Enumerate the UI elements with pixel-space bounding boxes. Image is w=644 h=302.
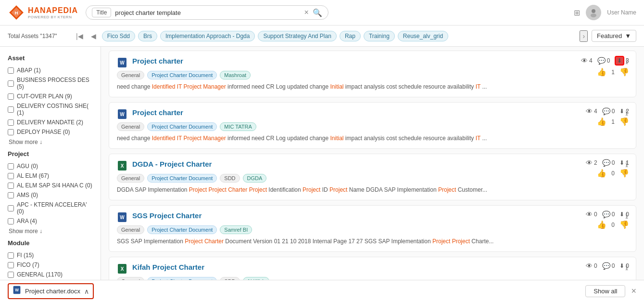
sidebar-checkbox-abap[interactable] bbox=[8, 67, 14, 74]
sidebar-item-ara[interactable]: ARA (4) bbox=[8, 216, 93, 226]
sidebar-checkbox-alelmhana[interactable] bbox=[8, 183, 14, 189]
download-icon-5[interactable]: ⬇ bbox=[619, 263, 624, 269]
tag-general-1[interactable]: General bbox=[117, 71, 144, 79]
search-clear-icon[interactable]: × bbox=[304, 8, 308, 17]
download-icon-1[interactable]: ⬇ bbox=[615, 56, 624, 66]
sidebar-checkbox-deployphase[interactable] bbox=[8, 129, 14, 135]
filter-tag-brs[interactable]: Brs bbox=[138, 31, 157, 41]
result-excerpt-3: DGDA SAP Implementation Project Project … bbox=[117, 185, 628, 194]
sidebar-item-fi[interactable]: FI (15) bbox=[8, 250, 93, 260]
download-icon-4[interactable]: ⬇ bbox=[619, 211, 624, 218]
sidebar-item-fico[interactable]: FICO (7) bbox=[8, 260, 93, 270]
filter-tag-impl[interactable]: Implementation Approach - Dgda bbox=[160, 31, 255, 41]
tag-samrefbi-4[interactable]: Samref BI bbox=[220, 225, 252, 234]
logo-sub: POWERED BY KTERN bbox=[28, 15, 78, 19]
sidebar-item-bpd[interactable]: BUSINESS PROCESS DES (5) bbox=[8, 75, 93, 92]
stat-views-3: 👁2 bbox=[586, 159, 597, 167]
tag-pcd-2[interactable]: Project Charter Document bbox=[147, 122, 217, 131]
avatar[interactable] bbox=[586, 5, 601, 20]
sidebar-item-apc[interactable]: APC - KTERN ACCELERA' (0) bbox=[8, 200, 93, 216]
like-btn-2[interactable]: 👍 bbox=[597, 117, 606, 126]
filter-nav-prev[interactable]: ◀ bbox=[89, 31, 98, 41]
tag-mictatra-2[interactable]: MIC TATRA bbox=[220, 122, 256, 131]
filter-tag-ficosdd[interactable]: Fico Sdd bbox=[102, 31, 135, 41]
sidebar-checkbox-cutover[interactable] bbox=[8, 93, 14, 100]
sidebar-item-general[interactable]: GENERAL (1170) bbox=[8, 270, 93, 279]
sidebar-checkbox-agu[interactable] bbox=[8, 163, 14, 170]
tag-pcd-1[interactable]: Project Charter Document bbox=[147, 71, 217, 79]
sidebar: Asset ABAP (1) BUSINESS PROCESS DES (5) … bbox=[0, 47, 101, 280]
result-stats-row-1-bottom: 👍 1 👎 bbox=[597, 67, 629, 77]
search-title-badge[interactable]: Title bbox=[92, 8, 111, 17]
result-title-5[interactable]: Kifah Project Charter bbox=[132, 263, 620, 271]
chevron-up-icon[interactable]: ∧ bbox=[84, 288, 89, 295]
result-title-3[interactable]: DGDA - Project Charter bbox=[132, 160, 620, 168]
sidebar-checkbox-ams[interactable] bbox=[8, 192, 14, 198]
dislike-btn-3[interactable]: 👎 bbox=[619, 169, 629, 178]
sidebar-item-delmandate[interactable]: DELIVERY MANDATE (2) bbox=[8, 118, 93, 127]
stat-comments-1: 💬0 bbox=[597, 57, 610, 65]
filter-tag-training[interactable]: Training bbox=[364, 31, 395, 41]
featured-dropdown[interactable]: Featured ▼ bbox=[592, 30, 636, 42]
tag-dgda-3[interactable]: DGDA bbox=[243, 174, 267, 183]
sidebar-checkbox-delmandate[interactable] bbox=[8, 119, 14, 126]
tag-general-3[interactable]: General bbox=[117, 174, 144, 183]
search-input[interactable]: project charter template bbox=[115, 9, 300, 16]
tag-general-4[interactable]: General bbox=[117, 225, 144, 234]
sidebar-checkbox-bpd[interactable] bbox=[8, 80, 14, 87]
svg-text:W: W bbox=[120, 215, 125, 220]
bottom-file-icon: W bbox=[13, 286, 21, 297]
tag-pcd-3[interactable]: Project Charter Document bbox=[147, 174, 217, 183]
sidebar-checkbox-alelm[interactable] bbox=[8, 173, 14, 179]
like-btn-3[interactable]: 👍 bbox=[597, 169, 606, 178]
sidebar-checkbox-fico[interactable] bbox=[8, 262, 14, 268]
sidebar-checkbox-apc[interactable] bbox=[8, 205, 14, 211]
sidebar-item-delcost[interactable]: DELIVERY COSTING SHE( (1) bbox=[8, 101, 93, 118]
filter-tag-reuse[interactable]: Reuse_alv_grid bbox=[398, 31, 448, 41]
result-tags-2: General Project Charter Document MIC TAT… bbox=[117, 122, 628, 131]
sidebar-item-ams[interactable]: AMS (0) bbox=[8, 190, 93, 200]
sidebar-checkbox-fi[interactable] bbox=[8, 252, 14, 259]
sidebar-show-more-asset[interactable]: Show more ↓ bbox=[8, 139, 93, 145]
sidebar-item-deployphase[interactable]: DEPLOY PHASE (0) bbox=[8, 127, 93, 137]
sidebar-item-cutover[interactable]: CUT-OVER PLAN (9) bbox=[8, 92, 93, 101]
download-icon-2[interactable]: ⬇ bbox=[619, 108, 624, 115]
tag-sdd-3[interactable]: SDD bbox=[220, 174, 240, 183]
sidebar-checkbox-ara[interactable] bbox=[8, 218, 14, 224]
tag-sdd-5[interactable]: SDD bbox=[220, 277, 240, 280]
sidebar-checkbox-delcost[interactable] bbox=[8, 106, 14, 113]
bottom-bar: W Project charter.docx ∧ Show all × bbox=[0, 280, 644, 302]
result-title-1[interactable]: Project charter bbox=[132, 57, 620, 65]
tag-mashroat-1[interactable]: Mashroat bbox=[220, 71, 251, 79]
dislike-btn-4[interactable]: 👎 bbox=[619, 220, 629, 229]
tag-general-5[interactable]: General bbox=[117, 277, 144, 280]
result-title-4[interactable]: SGS Project Charter bbox=[132, 211, 620, 220]
sidebar-item-agu[interactable]: AGU (0) bbox=[8, 161, 93, 171]
result-card-5-header: X Kifah Project Charter ℹ bbox=[117, 263, 628, 274]
sidebar-item-abap[interactable]: ABAP (1) bbox=[8, 66, 93, 75]
dislike-btn-1[interactable]: 👎 bbox=[619, 67, 629, 77]
filter-nav-first[interactable]: |◀ bbox=[74, 31, 85, 41]
sidebar-item-alelm[interactable]: AL ELM (67) bbox=[8, 171, 93, 181]
tag-pcd-4[interactable]: Project Charter Document bbox=[147, 225, 217, 234]
like-btn-1[interactable]: 👍 bbox=[597, 67, 606, 77]
result-tags-1: General Project Charter Document Mashroa… bbox=[117, 71, 628, 79]
excel-file-icon-5: X bbox=[117, 263, 127, 274]
sidebar-show-more-project[interactable]: Show more ↓ bbox=[8, 228, 93, 235]
tag-alkifah-5[interactable]: Al Kifah bbox=[243, 277, 270, 280]
filter-nav-next[interactable]: › bbox=[580, 30, 588, 42]
download-icon-3[interactable]: ⬇ bbox=[619, 159, 624, 166]
sidebar-checkbox-general[interactable] bbox=[8, 272, 14, 278]
grid-icon[interactable]: ⊞ bbox=[574, 8, 580, 17]
bottom-close-icon[interactable]: × bbox=[631, 286, 636, 296]
tag-pcd-5[interactable]: Project Charter Document bbox=[147, 277, 217, 280]
dislike-btn-2[interactable]: 👎 bbox=[619, 117, 629, 126]
filter-tag-rap[interactable]: Rap bbox=[340, 31, 361, 41]
filter-tag-support[interactable]: Support Strategy And Plan bbox=[258, 31, 336, 41]
sidebar-item-alelmhana[interactable]: AL ELM SAP S/4 HANA C (0) bbox=[8, 181, 93, 190]
like-btn-4[interactable]: 👍 bbox=[597, 220, 606, 229]
search-submit-icon[interactable]: 🔍 bbox=[313, 8, 322, 17]
tag-general-2[interactable]: General bbox=[117, 122, 144, 131]
result-title-2[interactable]: Project charter bbox=[132, 108, 620, 117]
show-all-button[interactable]: Show all bbox=[585, 285, 625, 297]
